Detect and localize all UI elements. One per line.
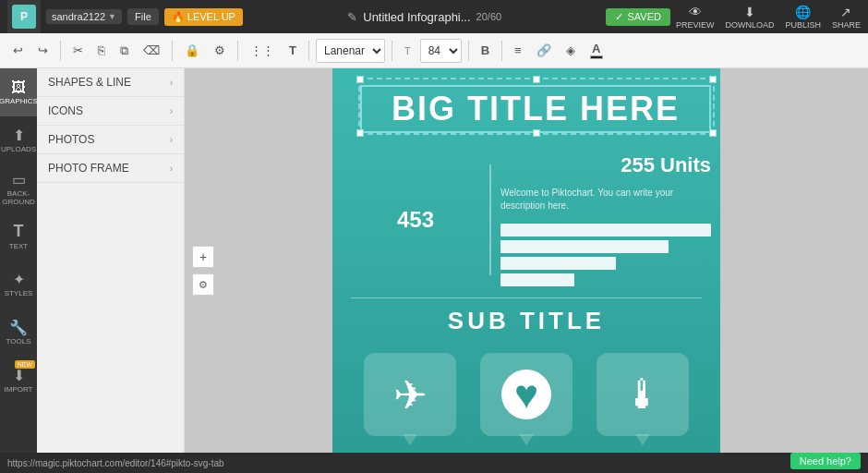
infographic-canvas[interactable]: BIG TITLE HERE 453 (332, 68, 720, 473)
toolbar-sep-4 (308, 41, 309, 61)
sidebar-item-label-tools: TOOLS (6, 338, 31, 346)
import-icon: ⬇ (13, 367, 25, 384)
panel-item-label-photos: PHOTOS (48, 133, 94, 146)
eye-icon: 👁 (689, 5, 702, 19)
plane-bubble: ✈ (364, 353, 456, 436)
check-icon: ✓ (615, 11, 623, 23)
graphics-icon: 🖼 (11, 79, 26, 96)
file-button[interactable]: File (127, 8, 159, 25)
panel-item-shapes[interactable]: SHAPES & LINE › (37, 68, 184, 97)
toolbar-sep-7 (501, 41, 502, 61)
page-count: 20/60 (476, 11, 502, 22)
big-title-text: BIG TITLE HERE (392, 90, 680, 128)
bold-button[interactable]: B (476, 39, 495, 63)
share-button[interactable]: ↗ SHARE (832, 5, 861, 30)
publish-button[interactable]: 🌐 PUBLISH (785, 5, 821, 30)
handle-tm (533, 76, 540, 83)
username: sandra2122 (52, 11, 105, 22)
sidebar-item-import[interactable]: NEW ⬇ IMPORT (0, 357, 37, 405)
heart-bubble: ♥ (480, 353, 573, 436)
sidebar-item-tools[interactable]: 🔧 TOOLS (0, 309, 37, 357)
color-indicator: A (590, 42, 603, 59)
sidebar-item-background[interactable]: ▭ BACK- GROUND (0, 164, 37, 212)
publish-label: PUBLISH (785, 20, 821, 30)
toolbar: ↩ ↪ ✂ ⎘ ⧉ ⌫ 🔒 ⚙ ⋮⋮ T Lanenar T 84 B ≡ 🔗 … (0, 33, 868, 68)
tools-icon: 🔧 (9, 319, 28, 336)
align-button[interactable]: ≡ (509, 39, 527, 63)
user-info: sandra2122 ▼ (46, 9, 122, 24)
handle-tl (356, 76, 364, 83)
download-button[interactable]: ⬇ DOWNLOAD (725, 5, 774, 30)
panel: SHAPES & LINE › ICONS › PHOTOS › PHOTO F… (37, 68, 185, 473)
help-button[interactable]: Need help? (790, 453, 861, 469)
preview-button[interactable]: 👁 PREVIEW (676, 5, 715, 30)
sub-title[interactable]: SUB TITLE (332, 307, 720, 335)
title-area: ✎ Untitled Infographi... 20/60 (248, 10, 601, 24)
share-label: SHARE (832, 20, 861, 30)
doc-title[interactable]: Untitled Infographi... (363, 10, 470, 24)
panel-item-photoframe[interactable]: PHOTO FRAME › (37, 154, 184, 183)
bar-4 (500, 273, 574, 286)
link-button[interactable]: 🔗 (531, 39, 557, 63)
panel-item-label-shapes: SHAPES & LINE (48, 76, 131, 89)
panel-item-photos[interactable]: PHOTOS › (37, 126, 184, 154)
undo-button[interactable]: ↩ (7, 39, 29, 63)
bar-1 (500, 224, 711, 236)
toolbar-sep-5 (392, 41, 392, 61)
publish-icon: 🌐 (795, 5, 811, 19)
sidebar-item-styles[interactable]: ✦ STYLES (0, 261, 37, 309)
panel-item-icons[interactable]: ICONS › (37, 97, 184, 126)
canvas-controls: + ⚙ (192, 246, 214, 296)
text-icon: T (14, 222, 24, 241)
sidebar-item-label-text: TEXT (9, 243, 28, 251)
background-icon: ▭ (12, 171, 26, 188)
main-area: 🖼 GRAPHICS ⬆ UPLOADS ▭ BACK- GROUND T TE… (0, 68, 868, 473)
sidebar-item-graphics[interactable]: 🖼 GRAPHICS (0, 68, 37, 116)
big-title-container[interactable]: BIG TITLE HERE (360, 85, 711, 133)
font-size-select[interactable]: 84 (420, 39, 462, 63)
top-actions: 👁 PREVIEW ⬇ DOWNLOAD 🌐 PUBLISH ↗ SHARE (676, 5, 861, 30)
settings-button[interactable]: ⚙ (209, 39, 231, 63)
bar-chart-area: 255 Units Welcome to Piktochart. You can… (500, 144, 711, 296)
logo: P (12, 5, 36, 29)
lock-button[interactable]: 🔒 (179, 39, 205, 63)
heart-icon: ♥ (501, 370, 551, 419)
logo-text: P (20, 10, 28, 23)
toolbar-sep-6 (468, 41, 469, 61)
sidebar-item-label-uploads: UPLOADS (1, 146, 36, 154)
grid-button[interactable]: ⋮⋮ (245, 39, 280, 63)
styles-icon: ✦ (13, 271, 25, 288)
canvas-area[interactable]: + ⚙ BIG TITLE HERE (185, 68, 868, 473)
chevron-right-icon-3: › (170, 135, 173, 145)
levelup-button[interactable]: 🔥 LEVEL UP (164, 8, 243, 26)
sidebar-item-label-import: IMPORT (5, 386, 33, 394)
donut-value: 453 (397, 207, 434, 233)
color-button[interactable]: A (585, 39, 609, 63)
chevron-right-icon: › (170, 78, 173, 88)
sidebar-item-text[interactable]: T TEXT (0, 212, 37, 261)
redo-button[interactable]: ↪ (32, 39, 54, 63)
canvas-settings-button[interactable]: ⚙ (192, 273, 214, 296)
paste-button[interactable]: ⧉ (115, 39, 134, 63)
stats-divider (489, 164, 491, 275)
copy-button[interactable]: ⎘ (92, 39, 111, 63)
preview-label: PREVIEW (676, 20, 715, 30)
sidebar-item-label-background: BACK- GROUND (2, 190, 35, 207)
saved-button[interactable]: ✓ SAVED (606, 8, 669, 26)
donut-chart: 453 (351, 155, 480, 285)
share-icon: ↗ (840, 5, 851, 19)
uploads-icon: ⬆ (13, 127, 25, 144)
temp-bubble: 🌡 (597, 353, 689, 436)
delete-button[interactable]: ⌫ (138, 39, 165, 63)
username-badge[interactable]: sandra2122 ▼ (46, 9, 122, 24)
panel-item-label-photoframe: PHOTO FRAME (48, 162, 129, 175)
text-button[interactable]: T (283, 39, 302, 63)
font-size-label-btn: T (399, 39, 416, 63)
username-dropdown-arrow: ▼ (108, 12, 116, 21)
sidebar-item-uploads[interactable]: ⬆ UPLOADS (0, 116, 37, 164)
cut-button[interactable]: ✂ (67, 39, 89, 63)
effect-button[interactable]: ◈ (561, 39, 581, 63)
canvas-add-button[interactable]: + (192, 246, 214, 268)
saved-label: SAVED (627, 11, 660, 22)
font-family-select[interactable]: Lanenar (316, 39, 385, 63)
